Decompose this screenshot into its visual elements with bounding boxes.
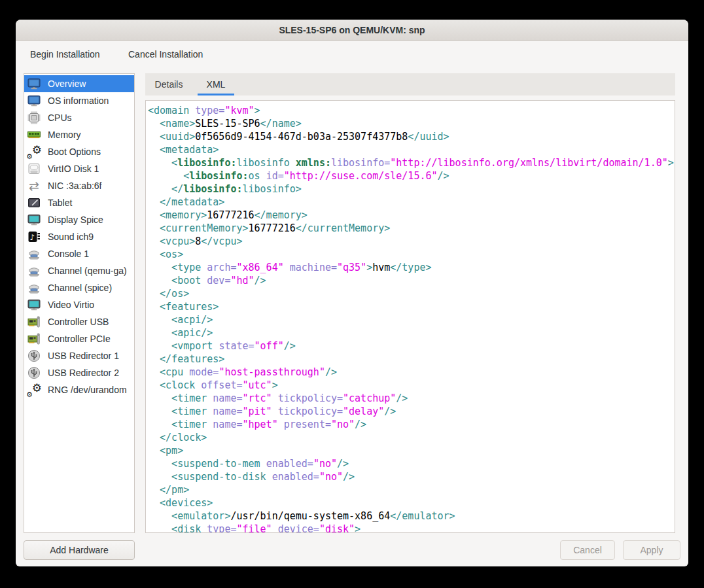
code-line: <clock offset="utc"> [148, 379, 675, 392]
code-line: <currentMemory>16777216</currentMemory> [148, 222, 675, 235]
sidebar-item-usb-redirector-2[interactable]: USB Redirector 2 [24, 364, 134, 381]
sidebar-item-controller-pcie[interactable]: Controller PCIe [24, 330, 134, 347]
add-hardware-button[interactable]: Add Hardware [24, 540, 135, 560]
sidebar-item-label: VirtIO Disk 1 [48, 164, 99, 174]
sidebar-item-label: Overview [48, 78, 86, 89]
sidebar-item-video-virtio[interactable]: Video Virtio [24, 296, 134, 313]
sidebar-item-channel-spice[interactable]: Channel (spice) [24, 279, 134, 296]
usb-icon [27, 366, 41, 380]
sidebar-item-sound-ich9[interactable]: ♪Sound ich9 [24, 228, 134, 245]
sidebar-item-label: Channel (qemu-ga) [48, 266, 127, 276]
sidebar-item-rng-dev-urandom[interactable]: ⚙⚙RNG /dev/urandom [24, 381, 134, 398]
code-line: <domain type="kvm"> [148, 104, 675, 117]
code-line: <vcpu>8</vcpu> [148, 235, 675, 248]
tab-xml[interactable]: XML [192, 73, 239, 95]
sidebar-item-label: RNG /dev/urandom [48, 385, 127, 395]
code-line: <acpi/> [148, 313, 675, 326]
code-line: <apic/> [148, 326, 675, 339]
memory-icon [27, 128, 41, 142]
code-line: <pm> [148, 444, 675, 457]
code-line: <features> [148, 300, 675, 313]
code-line: <cpu mode="host-passthrough"/> [148, 366, 675, 379]
sidebar-item-controller-usb[interactable]: Controller USB [24, 313, 134, 330]
tab-xml-label: XML [207, 79, 226, 90]
serial-icon [27, 281, 41, 295]
tablet-icon [27, 196, 41, 210]
serial-icon [27, 247, 41, 261]
sidebar-item-label: Controller USB [48, 317, 109, 327]
sidebar-item-os-information[interactable]: OS information [24, 92, 134, 109]
gears-icon: ⚙⚙ [27, 383, 41, 397]
sidebar-item-boot-options[interactable]: ⚙⚙Boot Options [24, 143, 134, 160]
code-line: <name>SLES-15-SP6</name> [148, 117, 675, 130]
network-icon: ⇄ [27, 179, 41, 193]
sidebar-item-cpus[interactable]: CPUs [24, 109, 134, 126]
window-title: SLES-15-SP6 on QEMU/KVM: snp [279, 25, 425, 35]
code-line: <timer name="pit" tickpolicy="delay"/> [148, 405, 675, 418]
code-line: </pm> [148, 483, 675, 496]
code-line: <libosinfo:os id="http://suse.com/sle/15… [148, 169, 675, 182]
code-line: </libosinfo:libosinfo> [148, 182, 675, 196]
sidebar-item-label: Sound ich9 [48, 232, 94, 242]
disk-icon [27, 162, 41, 176]
sidebar-item-display-spice[interactable]: Display Spice [24, 211, 134, 228]
active-tab-underline [198, 94, 234, 95]
sidebar-item-tablet[interactable]: Tablet [24, 194, 134, 211]
tab-details[interactable]: Details [145, 73, 192, 95]
sidebar-item-nic-3a-ab-6f[interactable]: ⇄NIC :3a:ab:6f [24, 177, 134, 194]
code-line: <metadata> [148, 143, 675, 156]
code-line: <devices> [148, 496, 675, 510]
monitor-icon [27, 77, 41, 91]
sidebar-item-label: Tablet [48, 198, 72, 208]
sidebar-item-channel-qemu-ga[interactable]: Channel (qemu-ga) [24, 262, 134, 279]
sidebar-item-label: NIC :3a:ab:6f [48, 181, 102, 191]
code-line: <suspend-to-disk enabled="no"/> [148, 470, 675, 483]
menubar: Begin Installation Cancel Installation [16, 41, 688, 73]
sidebar-item-usb-redirector-1[interactable]: USB Redirector 1 [24, 347, 134, 364]
vm-details-window: SLES-15-SP6 on QEMU/KVM: snp Begin Insta… [16, 20, 688, 566]
code-line: <vmport state="off"/> [148, 339, 675, 353]
sidebar-item-overview[interactable]: Overview [24, 75, 134, 92]
usb-icon [27, 349, 41, 363]
code-line: </features> [148, 353, 675, 366]
serial-icon [27, 264, 41, 278]
code-line: <emulator>/usr/bin/qemu-system-x86_64</e… [148, 510, 675, 523]
pci-card-icon [27, 332, 41, 346]
code-line: <suspend-to-mem enabled="no"/> [148, 457, 675, 470]
code-line: </metadata> [148, 196, 675, 209]
sidebar-item-label: OS information [48, 95, 109, 106]
sidebar-item-virtio-disk-1[interactable]: VirtIO Disk 1 [24, 160, 134, 177]
code-line: <uuid>0f5656d9-4154-467d-b03a-25307f4377… [148, 130, 675, 143]
menu-cancel-installation[interactable]: Cancel Installation [128, 49, 203, 60]
titlebar[interactable]: SLES-15-SP6 on QEMU/KVM: snp [16, 20, 688, 41]
xml-editor[interactable]: <domain type="kvm"> <name>SLES-15-SP6</n… [145, 100, 675, 533]
tab-details-label: Details [155, 79, 183, 90]
xml-code: <domain type="kvm"> <name>SLES-15-SP6</n… [146, 101, 675, 533]
code-line: <timer name="hpet" present="no"/> [148, 418, 675, 431]
code-line: <disk type="file" device="disk"> [148, 523, 675, 533]
sidebar-item-label: Video Virtio [48, 300, 94, 310]
sidebar-item-label: Console 1 [48, 249, 89, 259]
code-line: <os> [148, 248, 675, 261]
tabstrip: Details XML [145, 73, 675, 95]
sound-icon: ♪ [27, 230, 41, 244]
menu-begin-installation[interactable]: Begin Installation [30, 49, 100, 60]
apply-button[interactable]: Apply [623, 540, 680, 560]
sidebar-item-label: Display Spice [48, 215, 103, 225]
code-line: <timer name="rtc" tickpolicy="catchup"/> [148, 392, 675, 405]
hardware-list: OverviewOS informationCPUsMemory⚙⚙Boot O… [24, 73, 135, 533]
svg-text:♪: ♪ [30, 233, 35, 242]
cancel-button[interactable]: Cancel [560, 540, 615, 560]
code-line: <type arch="x86_64" machine="q35">hvm</t… [148, 261, 675, 274]
sidebar-item-label: Controller PCIe [48, 334, 111, 344]
code-line: </os> [148, 287, 675, 300]
sidebar-item-memory[interactable]: Memory [24, 126, 134, 143]
sidebar-item-label: Channel (spice) [48, 283, 112, 293]
sidebar-item-console-1[interactable]: Console 1 [24, 245, 134, 262]
sidebar-item-label: USB Redirector 2 [48, 368, 119, 378]
cpu-icon [27, 111, 41, 125]
monitor-icon [27, 94, 41, 108]
code-line: <libosinfo:libosinfo xmlns:libosinfo="ht… [148, 156, 675, 169]
display-icon [27, 298, 41, 312]
sidebar-item-label: Boot Options [48, 147, 101, 157]
